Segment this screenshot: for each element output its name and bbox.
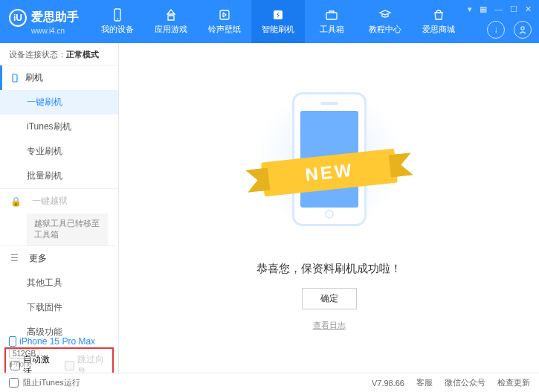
- svg-rect-3: [274, 10, 283, 19]
- device-type: iPhone: [9, 360, 109, 368]
- sidebar-item-download-firmware[interactable]: 下载固件: [0, 295, 118, 320]
- sidebar-group-flash[interactable]: 刷机: [0, 65, 118, 90]
- view-log-link[interactable]: 查看日志: [313, 320, 346, 331]
- user-button[interactable]: [514, 21, 532, 39]
- logo-url: www.i4.cn: [31, 27, 79, 35]
- device-name[interactable]: iPhone 15 Pro Max: [9, 336, 109, 347]
- nav-my-device[interactable]: 我的设备: [91, 0, 144, 43]
- sidebar-group-label: 一键越狱: [32, 195, 68, 208]
- svg-rect-2: [220, 10, 229, 19]
- device-info: iPhone 15 Pro Max 512GB iPhone: [0, 332, 118, 373]
- nav-label: 铃声壁纸: [208, 24, 241, 35]
- flash-icon: [271, 8, 285, 22]
- nav-tutorials[interactable]: 教程中心: [358, 0, 412, 43]
- main-nav: 我的设备 应用游戏 铃声壁纸 智能刷机 工具箱 教程中心 爱思商城: [91, 0, 465, 43]
- nav-toolbox[interactable]: 工具箱: [305, 0, 358, 43]
- window-controls: ▾ ▦ — ☐ ✕: [468, 4, 532, 14]
- block-itunes-input[interactable]: [9, 378, 19, 388]
- svg-point-5: [521, 27, 524, 30]
- sidebar-item-itunes-flash[interactable]: iTunes刷机: [0, 115, 118, 139]
- nav-label: 应用游戏: [155, 24, 187, 35]
- device-storage: 512GB: [9, 349, 39, 359]
- sidebar-item-oneclick-flash[interactable]: 一键刷机: [0, 90, 118, 115]
- footer-link-update[interactable]: 检查更新: [497, 377, 530, 388]
- connection-status: 设备连接状态：正常模式: [0, 43, 118, 65]
- app-header: iU 爱思助手 www.i4.cn 我的设备 应用游戏 铃声壁纸 智能刷机 工具…: [0, 0, 539, 43]
- download-button[interactable]: ↓: [487, 21, 505, 39]
- logo: iU 爱思助手 www.i4.cn: [9, 9, 79, 35]
- sidebar-group-label: 更多: [29, 252, 47, 265]
- lock-icon: 🔒: [10, 196, 22, 207]
- sidebar-item-batch-flash[interactable]: 批量刷机: [0, 164, 118, 188]
- sidebar-group-label: 刷机: [25, 71, 43, 84]
- sidebar-item-pro-flash[interactable]: 专业刷机: [0, 139, 118, 164]
- nav-label: 爱思商城: [422, 24, 455, 35]
- tutorial-icon: [378, 8, 392, 22]
- logo-icon: iU: [9, 9, 27, 27]
- svg-rect-4: [326, 13, 337, 19]
- sidebar: 设备连接状态：正常模式 刷机 一键刷机 iTunes刷机 专业刷机 批量刷机 🔒…: [0, 43, 119, 373]
- nav-label: 智能刷机: [262, 24, 294, 35]
- ringtone-icon: [218, 8, 231, 22]
- checkbox-label: 阻止iTunes运行: [23, 377, 80, 388]
- footer-link-wechat[interactable]: 微信公众号: [445, 377, 485, 388]
- apps-icon: [164, 8, 178, 22]
- ok-button[interactable]: 确定: [302, 288, 357, 309]
- nav-label: 我的设备: [101, 24, 134, 35]
- sidebar-item-other-tools[interactable]: 其他工具: [0, 271, 118, 295]
- sidebar-jailbreak-notice: 越狱工具已转移至工具箱: [27, 213, 108, 245]
- success-illustration: NEW: [274, 85, 385, 241]
- nav-label: 教程中心: [369, 24, 401, 35]
- sidebar-group-more[interactable]: ☰ 更多: [0, 246, 118, 271]
- list-icon: ☰: [10, 253, 19, 263]
- nav-store[interactable]: 爱思商城: [412, 0, 465, 43]
- sidebar-group-jailbreak[interactable]: 🔒 一键越狱: [0, 189, 118, 213]
- close-icon[interactable]: ✕: [525, 4, 532, 14]
- svg-point-1: [117, 19, 118, 20]
- skin-icon[interactable]: ▦: [480, 4, 487, 14]
- phone-mini-icon: [9, 336, 16, 347]
- store-icon: [432, 8, 445, 22]
- toolbox-icon: [325, 8, 338, 22]
- success-message: 恭喜您，保资料刷机成功啦！: [256, 262, 401, 276]
- version-label: V7.98.66: [372, 379, 404, 388]
- menu-icon[interactable]: ▾: [468, 4, 472, 14]
- maximize-icon[interactable]: ☐: [510, 4, 517, 14]
- logo-title: 爱思助手: [31, 10, 79, 25]
- nav-label: 工具箱: [320, 24, 344, 35]
- device-icon: [111, 8, 124, 22]
- minimize-icon[interactable]: —: [494, 4, 503, 14]
- nav-ringtones[interactable]: 铃声壁纸: [198, 0, 251, 43]
- svg-rect-6: [13, 74, 17, 82]
- nav-flash[interactable]: 智能刷机: [251, 0, 305, 43]
- header-right: ▾ ▦ — ☐ ✕ ↓: [468, 0, 532, 43]
- phone-icon: [10, 74, 19, 83]
- block-itunes-checkbox[interactable]: 阻止iTunes运行: [9, 377, 80, 388]
- nav-apps-games[interactable]: 应用游戏: [144, 0, 198, 43]
- main-content: NEW 恭喜您，保资料刷机成功啦！ 确定 查看日志: [119, 43, 539, 373]
- footer-link-support[interactable]: 客服: [416, 377, 433, 388]
- footer: 阻止iTunes运行 V7.98.66 客服 微信公众号 检查更新: [0, 373, 539, 392]
